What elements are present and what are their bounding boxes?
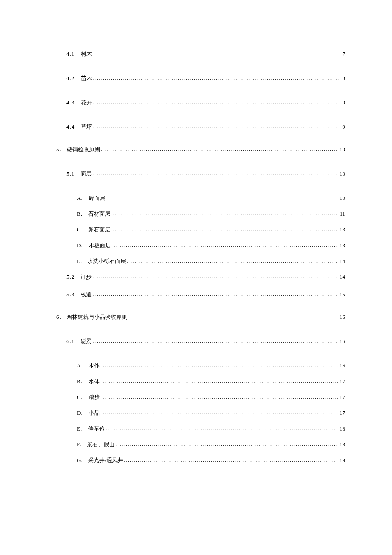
toc-leader-dots [101, 410, 338, 415]
toc-entry-number: 5.1 [66, 171, 75, 176]
toc-entry-title: 园林建筑与小品验收原则 [66, 314, 127, 320]
toc-entry: 4.2苗木8 [56, 75, 345, 81]
toc-entry-title: 汀步 [81, 274, 92, 280]
toc-entry-title: 景石、假山 [87, 442, 115, 447]
toc-entry-title: 栈道 [81, 292, 92, 297]
toc-leader-dots [93, 52, 341, 56]
toc-entry-number: C. [77, 394, 83, 400]
toc-entry-page: 15 [338, 292, 345, 297]
toc-entry-page: 18 [338, 426, 345, 431]
toc-entry-title: 砖面层 [89, 195, 105, 201]
toc-entry-number: 4.1 [66, 51, 75, 57]
toc-leader-dots [124, 458, 338, 462]
toc-entry-number: D. [77, 410, 83, 416]
toc-entry-title: 水洗小砾石面层 [87, 258, 126, 264]
toc-entry-page: 10 [338, 171, 345, 176]
document-page: 4.1树木74.2苗木84.3花卉94.4草坪95.硬铺验收原则105.1面层1… [0, 0, 392, 555]
toc-entry: 4.3花卉9 [56, 100, 345, 105]
toc-entry-title: 木作 [89, 363, 100, 368]
toc-entry: C.踏步17 [56, 394, 345, 400]
toc-entry-number: B. [77, 379, 83, 384]
toc-entry-title: 卵石面层 [88, 227, 110, 232]
toc-entry-page: 16 [338, 314, 345, 320]
toc-entry-number: 5.2 [66, 274, 75, 280]
toc-leader-dots [92, 339, 338, 344]
toc-entry-page: 7 [341, 51, 346, 57]
toc-entry-title: 花卉 [81, 100, 92, 105]
toc-entry-title: 面层 [81, 171, 92, 176]
toc-entry-page: 16 [338, 363, 345, 368]
toc-leader-dots [101, 147, 338, 152]
toc-entry: C.卵石面层13 [56, 227, 345, 232]
toc-entry-title: 苗木 [81, 75, 92, 81]
toc-leader-dots [115, 442, 338, 447]
toc-leader-dots [106, 196, 338, 200]
toc-entry-number: D. [77, 243, 83, 248]
toc-leader-dots [93, 124, 341, 129]
toc-entry: A.砖面层10 [56, 195, 345, 201]
toc-entry: D.木板面层13 [56, 243, 345, 248]
toc-leader-dots [93, 100, 341, 105]
toc-entry: 6.1硬景16 [56, 338, 345, 344]
toc-entry-title: 硬铺验收原则 [67, 147, 100, 152]
toc-entry-page: 16 [338, 338, 345, 344]
toc-entry-title: 石材面层 [88, 211, 110, 217]
toc-entry-page: 18 [338, 442, 345, 447]
toc-entry-page: 14 [338, 274, 345, 280]
toc-entry-page: 11 [338, 211, 345, 217]
toc-entry: 5.1面层10 [56, 171, 345, 176]
toc-entry-number: 4.2 [66, 75, 75, 81]
toc-leader-dots [127, 259, 338, 263]
toc-entry-page: 17 [338, 410, 345, 416]
toc-entry-number: 5. [56, 147, 61, 152]
toc-entry-page: 13 [338, 243, 345, 248]
toc-leader-dots [92, 292, 338, 297]
toc-entry: B.石材面层11 [56, 211, 345, 217]
toc-entry-number: 6. [56, 314, 61, 320]
toc-entry-number: A. [77, 363, 83, 368]
toc-entry-number: 4.4 [66, 124, 75, 130]
toc-entry: 5.硬铺验收原则10 [56, 147, 345, 152]
toc-entry-number: G. [77, 457, 83, 463]
toc-entry-number: A. [77, 195, 83, 201]
toc-leader-dots [101, 363, 338, 368]
toc-entry-title: 硬景 [81, 338, 92, 344]
toc-entry: E.水洗小砾石面层14 [56, 258, 345, 264]
toc-entry-page: 8 [341, 75, 346, 81]
toc-entry-number: B. [77, 211, 83, 217]
toc-entry-page: 17 [338, 394, 345, 400]
toc-entry-number: 6.1 [66, 338, 75, 344]
toc-entry: B.水体17 [56, 379, 345, 384]
toc-entry-page: 19 [338, 457, 345, 463]
toc-entry-number: 4.3 [66, 100, 75, 105]
toc-leader-dots [92, 275, 338, 279]
toc-entry-title: 停车位 [88, 426, 105, 431]
toc-entry: 4.4草坪9 [56, 124, 345, 130]
toc-entry: 5.3栈道15 [56, 292, 345, 297]
toc-entry-page: 9 [341, 124, 346, 130]
toc-entry: E.停车位18 [56, 426, 345, 431]
toc-leader-dots [101, 379, 338, 384]
toc-entry-number: E. [77, 258, 82, 264]
toc-leader-dots [106, 426, 338, 431]
toc-entry-page: 9 [341, 100, 346, 105]
toc-entry-number: E. [77, 426, 82, 431]
toc-leader-dots [128, 315, 338, 319]
toc-entry-page: 10 [338, 147, 345, 152]
toc-leader-dots [112, 243, 338, 248]
toc-entry: 6.园林建筑与小品验收原则16 [56, 314, 345, 320]
toc-entry: 4.1树木7 [56, 51, 345, 57]
toc-entry-title: 草坪 [81, 124, 92, 130]
toc-leader-dots [101, 395, 338, 399]
toc-entry-page: 17 [338, 379, 345, 384]
toc-entry: F.景石、假山18 [56, 442, 345, 447]
toc-entry: A.木作16 [56, 363, 345, 368]
toc-entry-title: 小品 [89, 410, 100, 416]
toc-leader-dots [92, 171, 338, 176]
toc-entry-title: 采光井/通风井 [88, 457, 123, 463]
toc-entry: 5.2汀步14 [56, 274, 345, 280]
toc-entry-title: 木板面层 [89, 243, 111, 248]
toc-leader-dots [111, 211, 338, 216]
toc-entry-number: C. [77, 227, 83, 232]
toc-entry-number: F. [77, 442, 81, 447]
